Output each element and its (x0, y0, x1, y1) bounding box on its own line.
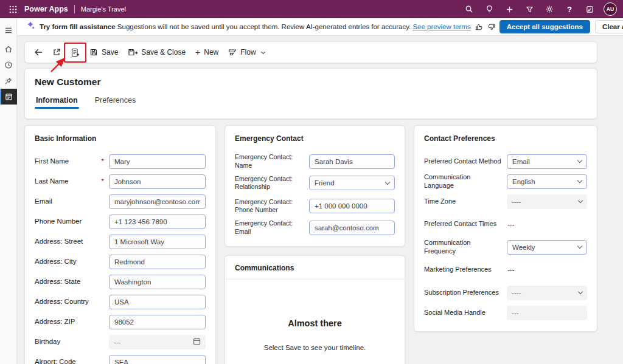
field-row: Airport: Code (35, 352, 206, 364)
account-avatar[interactable]: AU (604, 2, 617, 16)
help-icon[interactable]: ? (562, 1, 577, 17)
divider (74, 5, 75, 13)
marketing-preferences-value[interactable]: --- (507, 266, 587, 273)
command-bar: Save Save & Close + New Flow (24, 41, 597, 63)
top-app-bar: Power Apps Margie's Travel ? AU (0, 0, 623, 18)
form-fill-assistance-button[interactable] (66, 45, 84, 60)
feedback-icon[interactable] (582, 1, 597, 17)
field-label: Address: City (35, 257, 76, 266)
field-row: Birthday --- (35, 332, 206, 352)
pinned-icon[interactable] (0, 73, 17, 89)
first-name-input[interactable] (109, 154, 206, 169)
hamburger-menu-icon[interactable] (0, 22, 17, 38)
field-label: Phone Number (35, 217, 82, 225)
recent-clock-icon[interactable] (0, 57, 17, 73)
field-label: Time Zone (424, 197, 456, 206)
field-label: Email (35, 197, 52, 205)
new-button[interactable]: + New (191, 45, 223, 60)
emergency-email-input[interactable] (309, 221, 395, 235)
save-icon (89, 48, 98, 57)
save-button[interactable]: Save (85, 45, 122, 60)
airport-code-input[interactable] (109, 355, 206, 364)
lightbulb-icon[interactable] (481, 1, 497, 17)
preview-terms-link[interactable]: See preview terms (412, 23, 470, 30)
app-name[interactable]: Power Apps (24, 5, 68, 13)
clear-all-suggestions-button[interactable]: Clear all suggestions (595, 20, 623, 33)
field-label: Last Name (35, 177, 69, 185)
field-row: Address: ZIP (35, 312, 206, 332)
social-media-handle-field: --- (507, 306, 587, 320)
filter-icon[interactable] (521, 1, 537, 17)
field-label: Emergency Contact: Email (235, 219, 305, 235)
app-launcher-icon[interactable] (4, 0, 22, 18)
field-row: Emergency Contact: Email (235, 218, 395, 238)
tab-preferences[interactable]: Preferences (94, 96, 137, 109)
thumbs-up-icon[interactable] (475, 20, 483, 33)
section-title: Communications (225, 256, 405, 280)
field-label: Emergency Contact: Relationship (235, 175, 305, 191)
field-label: Address: ZIP (35, 317, 75, 326)
field-row: Preferred Contact Method Email (424, 151, 587, 171)
address-street-input[interactable] (109, 235, 206, 249)
address-zip-input[interactable] (109, 315, 206, 329)
middle-column: Emergency Contact Emergency Contact: Nam… (224, 125, 405, 364)
quick-create-icon[interactable] (501, 1, 517, 17)
field-row: Address: Country (35, 292, 206, 312)
tab-information[interactable]: Information (35, 96, 79, 109)
form-entity-icon[interactable] (0, 89, 17, 105)
communication-frequency-dropdown[interactable]: Weekly (507, 240, 587, 255)
emergency-phone-input[interactable] (309, 199, 395, 213)
flow-button[interactable]: Flow (224, 45, 268, 60)
birthday-field: --- (109, 335, 206, 349)
subscription-preferences-dropdown: ---- (507, 286, 587, 300)
time-zone-dropdown: ---- (507, 194, 587, 209)
field-row: Communication Language English (424, 171, 587, 191)
settings-gear-icon[interactable] (541, 1, 557, 17)
last-name-input[interactable] (109, 174, 206, 189)
required-marker: * (100, 177, 104, 185)
flow-icon (228, 48, 237, 57)
field-row: Email (35, 191, 206, 211)
banner-title: Try form fill assistance (40, 23, 116, 30)
environment-name[interactable]: Margie's Travel (81, 5, 126, 13)
thumbs-down-icon[interactable] (487, 20, 495, 33)
form-header: New Customer Information Preferences (24, 68, 597, 119)
address-city-input[interactable] (109, 255, 206, 269)
email-input[interactable] (109, 194, 206, 209)
emergency-relationship-dropdown[interactable]: Friend (309, 176, 395, 190)
plus-icon: + (195, 49, 200, 55)
save-close-icon (128, 48, 137, 57)
timeline-subtext: Select Save to see your timeline. (225, 344, 405, 351)
field-row: Social Media Handle --- (424, 303, 587, 323)
banner-message: Suggestions will not be saved until you … (117, 23, 411, 30)
home-icon[interactable] (0, 41, 17, 57)
save-and-close-button[interactable]: Save & Close (124, 45, 190, 60)
field-label: Social Media Handle (424, 309, 486, 317)
preferred-contact-method-dropdown[interactable]: Email (507, 154, 587, 169)
topbar-actions: ? AU (461, 1, 619, 17)
copilot-icon (26, 21, 35, 33)
field-label: Emergency Contact: Name (235, 153, 305, 169)
address-country-input[interactable] (109, 295, 206, 309)
preferred-contact-times-value[interactable]: --- (507, 221, 587, 228)
field-label: Emergency Contact: Phone Number (235, 198, 305, 214)
field-label: Address: Country (35, 297, 89, 306)
back-button[interactable] (30, 45, 47, 60)
field-label: Address: Street (35, 237, 83, 246)
timeline-heading: Almost there (225, 318, 405, 328)
accept-all-suggestions-button[interactable]: Accept all suggestions (499, 20, 590, 33)
popout-button[interactable] (48, 45, 65, 60)
field-row: Time Zone ---- (424, 191, 587, 211)
chevron-down-icon (577, 178, 582, 183)
chevron-down-icon (577, 158, 582, 163)
field-row: Emergency Contact: Name (235, 151, 395, 171)
phone-number-input[interactable] (109, 215, 206, 229)
required-marker: * (100, 157, 104, 165)
section-title: Basic Information (35, 134, 206, 143)
basic-information-section: Basic Information First Name* Last Name*… (24, 125, 216, 364)
emergency-name-input[interactable] (309, 154, 395, 169)
communication-language-dropdown[interactable]: English (507, 174, 587, 189)
address-state-input[interactable] (109, 275, 206, 289)
field-label: Communication Frequency (424, 239, 502, 256)
search-icon[interactable] (461, 1, 477, 17)
